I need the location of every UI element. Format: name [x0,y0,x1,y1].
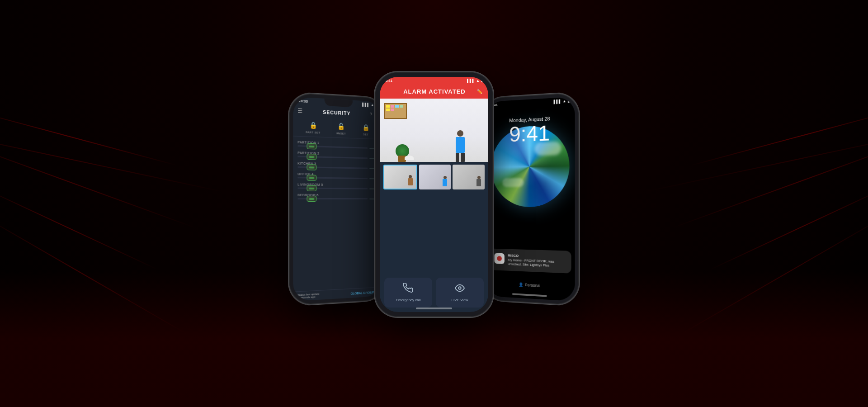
unset-mode[interactable]: 🔓 UNSET [336,121,346,135]
note-green [400,105,403,108]
alarm-title: ALARM ACTIVATED [392,88,476,95]
wifi-icon-center: ▲ [476,79,480,83]
thumb-person-1 [408,175,413,189]
camera-main-view [380,99,488,162]
lockscreen-app: 9:41 ▌▌▌ ▲ ▮ Monday, August 28 9:41 [486,97,575,301]
status-bar-right: 9:41 ▌▌▌ ▲ ▮ [486,97,575,109]
risco-app-icon [495,253,505,264]
partition-5: livingroom 5 [293,180,382,191]
notification-content: RISCO My Home - FRONT DOOR, was unlocked… [508,253,566,269]
corkboard [384,103,407,119]
person-figure [454,130,466,162]
notch-center [416,77,452,86]
signal-icon-center: ▌▌▌ [467,79,475,83]
status-icons-right: ▌▌▌ ▲ ▮ [554,99,570,104]
security-app: 10:33 ▌▌▌ ▲ ▮ ☰ SECURITY ? ⌂ [293,97,382,301]
phone-center: 9:41 ▌▌▌ ▲ ▮ ALARM ACTIVATED ✏️ [375,72,493,317]
emergency-call-label: Emergency call [396,298,421,302]
partition-2-slider[interactable] [297,156,377,159]
note-pink2 [391,109,394,111]
help-icon[interactable]: ? [370,112,372,117]
alarm-actions: Emergency call LIVE View [380,273,488,312]
home-indicator-center [416,308,452,309]
note-pink [391,105,394,108]
svg-point-1 [497,256,502,261]
alarm-app: 9:41 ▌▌▌ ▲ ▮ ALARM ACTIVATED ✏️ [380,77,488,312]
profile-label: Personal [525,283,540,288]
partition-3-slider[interactable] [297,166,377,169]
set-icon: 🔒 [361,123,371,133]
wifi-icon: ▲ [371,103,374,107]
phone-right: 9:41 ▌▌▌ ▲ ▮ Monday, August 28 9:41 [483,93,579,305]
status-icons-center: ▌▌▌ ▲ ▮ [467,79,483,83]
live-view-button[interactable]: LIVE View [436,278,484,308]
note-yellow [386,105,390,108]
wifi-icon-right: ▲ [563,99,566,104]
person-body [456,137,465,153]
edit-icon[interactable]: ✏️ [476,89,483,95]
alarm-header: ALARM ACTIVATED ✏️ [380,85,488,99]
camera-thumbnails [380,162,488,192]
person-icon: 👤 [519,282,523,287]
phones-container: 10:33 ▌▌▌ ▲ ▮ ☰ SECURITY ? ⌂ [0,0,868,407]
status-bar-center: 9:41 ▌▌▌ ▲ ▮ [380,77,488,85]
lock-modes: 🔒 PART SET 🔓 UNSET 🔒 SET [293,117,382,140]
part-set-label: PART SET [306,131,320,134]
earth-cloud-2 [502,178,524,187]
unset-label: UNSET [336,132,346,135]
home-indicator-right [512,293,547,297]
camera-scene [380,99,488,162]
thumb-person-2 [443,176,447,189]
person-head [457,130,463,137]
person-leg-left [456,153,460,162]
signal-icon: ▌▌▌ [362,103,369,107]
battery-icon-right: ▮ [568,99,570,103]
signal-icon-right: ▌▌▌ [554,99,561,104]
phone-left: 10:33 ▌▌▌ ▲ ▮ ☰ SECURITY ? ⌂ [289,93,385,305]
notification-message: My Home - FRONT DOOR, was unlocked. Site… [508,258,566,269]
alarm-spacer [380,192,488,273]
security-title: SECURITY [323,109,350,116]
note-yellow2 [386,109,390,111]
emergency-call-button[interactable]: Emergency call [384,278,432,308]
set-label: SET [363,133,368,136]
eye-icon [455,283,465,295]
lockscreen-profile: 👤 Personal [519,282,541,288]
partition-5-slider[interactable] [297,188,377,189]
unset-icon: 🔓 [336,121,346,132]
part-set-icon: 🔒 [308,120,318,130]
part-set-mode[interactable]: 🔒 PART SET [306,120,320,134]
camera-thumb-2[interactable] [419,165,451,189]
global-groups-label: GLOBAL GROUPS [351,290,376,295]
partition-4: OFFICE 4 [293,170,382,182]
person-legs [456,153,465,162]
notch-right [515,99,544,107]
status-time-center: 9:41 [385,79,392,83]
global-groups-button[interactable]: GLOBAL GROUPS › [351,290,378,295]
camera-thumb-1[interactable] [383,165,417,189]
partition-4-slider[interactable] [297,177,377,179]
phone-call-icon [403,283,413,295]
partition-6-slider[interactable] [297,198,377,199]
phone-left-screen: 10:33 ▌▌▌ ▲ ▮ ☰ SECURITY ? ⌂ [293,97,382,301]
thumb-person-3 [476,176,481,189]
notification-card[interactable]: RISCO My Home - FRONT DOOR, was unlocked… [489,248,571,274]
hamburger-icon[interactable]: ☰ [297,108,302,114]
camera-thumb-3[interactable] [453,165,485,189]
phone-right-screen: 9:41 ▌▌▌ ▲ ▮ Monday, August 28 9:41 [486,97,575,301]
partition-3: Kitchen 3 [293,159,382,171]
svg-point-0 [458,287,461,289]
pet-figure [405,156,414,160]
note-blue [395,105,399,108]
set-mode[interactable]: 🔒 SET [361,123,371,136]
status-icons: ▌▌▌ ▲ ▮ [362,103,377,108]
phone-center-screen: 9:41 ▌▌▌ ▲ ▮ ALARM ACTIVATED ✏️ [380,77,488,312]
partition-6: bedroom 6 [293,191,382,202]
status-time: 10:33 [298,99,308,104]
status-last-update: Status last update3 seconds ago [297,293,319,299]
person-leg-right [461,153,465,162]
lockscreen-time: 9:41 [486,121,575,146]
battery-icon-center: ▮ [481,79,483,83]
live-view-label: LIVE View [452,298,468,302]
partitions-list: PARTITION 1 PARTITION 2 [293,136,382,291]
